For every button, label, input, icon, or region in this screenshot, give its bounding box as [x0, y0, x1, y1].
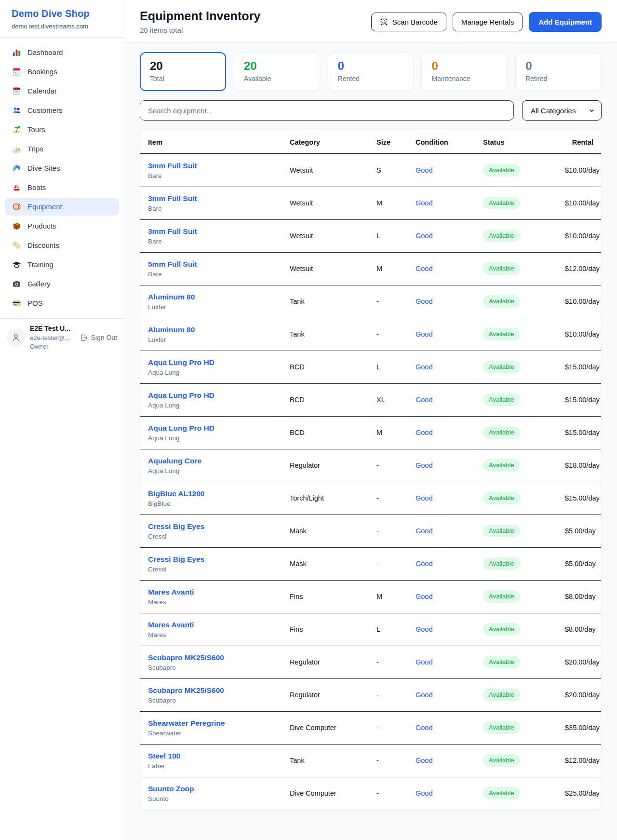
stat-card-total[interactable]: 20Total	[140, 52, 226, 91]
sidebar-item-tours[interactable]: Tours	[5, 121, 119, 138]
stat-card-rented[interactable]: 0Rented	[328, 52, 414, 91]
item-name-link[interactable]: 5mm Full Suit	[148, 260, 274, 269]
item-condition-link[interactable]: Good	[416, 199, 432, 207]
item-brand: Shearwater	[148, 730, 274, 737]
sidebar-item-label: Gallery	[27, 280, 51, 288]
item-name-link[interactable]: Mares Avanti	[148, 588, 274, 596]
table-row: Scubapro MK25/S600ScubaproRegulator-Good…	[140, 646, 601, 678]
item-category: Torch/Light	[282, 482, 369, 515]
sidebar-item-calendar[interactable]: Calendar	[5, 82, 119, 100]
item-brand: Cressi	[148, 566, 274, 573]
sidebar-item-products[interactable]: Products	[5, 217, 119, 235]
item-name-link[interactable]: Mares Avanti	[148, 621, 274, 629]
person-icon	[11, 333, 21, 342]
sidebar-item-pos[interactable]: POS	[5, 294, 119, 312]
item-condition-link[interactable]: Good	[416, 232, 432, 240]
item-condition-link[interactable]: Good	[416, 363, 432, 371]
item-name-link[interactable]: Scubapro MK25/S600	[148, 653, 274, 662]
sidebar-item-label: Training	[27, 260, 54, 269]
item-condition-link[interactable]: Good	[416, 461, 432, 469]
stat-card-available[interactable]: 20Available	[234, 52, 320, 91]
dashboard-icon	[12, 48, 21, 57]
item-name-link[interactable]: 3mm Full Suit	[148, 227, 274, 236]
item-condition-link[interactable]: Good	[416, 789, 432, 797]
item-condition-link[interactable]: Good	[416, 330, 432, 338]
item-condition-link[interactable]: Good	[416, 429, 432, 436]
item-name-link[interactable]: Aqualung Core	[148, 457, 274, 465]
item-name-link[interactable]: BigBlue AL1200	[148, 489, 274, 498]
sidebar-item-equipment[interactable]: Equipment	[5, 198, 119, 216]
table-row: 3mm Full SuitBareWetsuitSGoodAvailable$1…	[140, 154, 601, 187]
search-input[interactable]	[140, 100, 514, 121]
sidebar-item-training[interactable]: Training	[5, 256, 119, 273]
scan-barcode-button[interactable]: Scan Barcode	[371, 13, 446, 31]
item-brand: Mares	[148, 631, 274, 638]
item-name-link[interactable]: Cressi Big Eyes	[148, 555, 274, 564]
sidebar-item-gallery[interactable]: Gallery	[5, 275, 119, 293]
item-condition-link[interactable]: Good	[416, 691, 432, 699]
sidebar-item-trips[interactable]: Trips	[5, 140, 119, 158]
status-badge: Available	[483, 623, 520, 636]
stat-label: Retired	[525, 75, 591, 82]
stat-card-maintenance[interactable]: 0Maintenance	[421, 52, 508, 91]
item-condition-link[interactable]: Good	[416, 757, 432, 764]
table-row: 5mm Full SuitBareWetsuitMGoodAvailable$1…	[140, 252, 601, 285]
sidebar-item-dive-sites[interactable]: Dive Sites	[5, 159, 119, 177]
status-badge: Available	[483, 459, 520, 472]
item-condition-link[interactable]: Good	[416, 527, 432, 535]
item-size: S	[369, 154, 408, 187]
user-info: E2E Test U... e2e-tester@... Owner	[30, 325, 70, 351]
status-badge: Available	[483, 262, 520, 275]
table-row: 3mm Full SuitBareWetsuitLGoodAvailable$1…	[140, 219, 601, 252]
item-name-link[interactable]: Cressi Big Eyes	[148, 522, 274, 531]
item-name-link[interactable]: Aluminum 80	[148, 293, 274, 301]
status-badge: Available	[483, 197, 520, 209]
item-condition-link[interactable]: Good	[416, 658, 432, 666]
sidebar-item-bookings[interactable]: 17Bookings	[5, 63, 119, 81]
item-condition-link[interactable]: Good	[416, 560, 432, 568]
item-name-link[interactable]: Aqua Lung Pro HD	[148, 391, 274, 400]
item-name-link[interactable]: Suunto Zoop	[148, 785, 274, 793]
item-brand: Luxfer	[148, 336, 274, 343]
sign-out-button[interactable]: Sign Out	[80, 334, 117, 342]
item-rental-rate: $35.00/day	[557, 711, 601, 744]
item-size: -	[369, 449, 408, 482]
item-size: L	[369, 219, 408, 252]
item-condition-link[interactable]: Good	[416, 625, 432, 633]
sidebar-item-discounts[interactable]: Discounts	[5, 236, 119, 254]
sidebar-item-dashboard[interactable]: Dashboard	[5, 43, 119, 61]
sidebar-item-boats[interactable]: Boats	[5, 178, 119, 196]
item-rental-rate: $10.00/day	[557, 187, 601, 219]
item-condition-link[interactable]: Good	[416, 494, 432, 502]
column-header-category: Category	[282, 130, 369, 154]
item-name-link[interactable]: Steel 100	[148, 752, 274, 760]
sidebar-item-customers[interactable]: Customers	[5, 101, 119, 119]
item-name-link[interactable]: Aqua Lung Pro HD	[148, 424, 274, 433]
item-name-link[interactable]: Aluminum 80	[148, 325, 274, 334]
manage-rentals-button[interactable]: Manage Rentals	[453, 13, 523, 31]
sidebar-item-label: Calendar	[27, 87, 57, 95]
item-condition-link[interactable]: Good	[416, 298, 432, 305]
item-name-link[interactable]: Scubapro MK25/S600	[148, 686, 274, 695]
brand-name[interactable]: Demo Dive Shop	[12, 8, 112, 19]
add-equipment-button[interactable]: Add Equipment	[529, 12, 602, 32]
stat-card-retired[interactable]: 0Retired	[515, 52, 602, 91]
item-rental-rate: $20.00/day	[557, 678, 601, 711]
status-badge: Available	[483, 361, 520, 373]
avatar	[7, 328, 25, 347]
item-category: BCD	[282, 351, 369, 383]
item-name-link[interactable]: Shearwater Peregrine	[148, 719, 274, 728]
item-condition-link[interactable]: Good	[416, 724, 432, 732]
item-name-link[interactable]: Aqua Lung Pro HD	[148, 358, 274, 367]
item-condition-link[interactable]: Good	[416, 265, 432, 272]
item-size: -	[369, 777, 408, 810]
item-category: Dive Computer	[282, 711, 369, 744]
item-condition-link[interactable]: Good	[416, 166, 432, 174]
item-name-link[interactable]: 3mm Full Suit	[148, 162, 274, 170]
item-condition-link[interactable]: Good	[416, 396, 432, 404]
item-rental-rate: $25.00/day	[557, 777, 601, 810]
item-name-link[interactable]: 3mm Full Suit	[148, 194, 274, 203]
sidebar-item-label: Boats	[27, 183, 46, 191]
category-select[interactable]: All Categories	[522, 100, 602, 121]
item-condition-link[interactable]: Good	[416, 593, 432, 600]
